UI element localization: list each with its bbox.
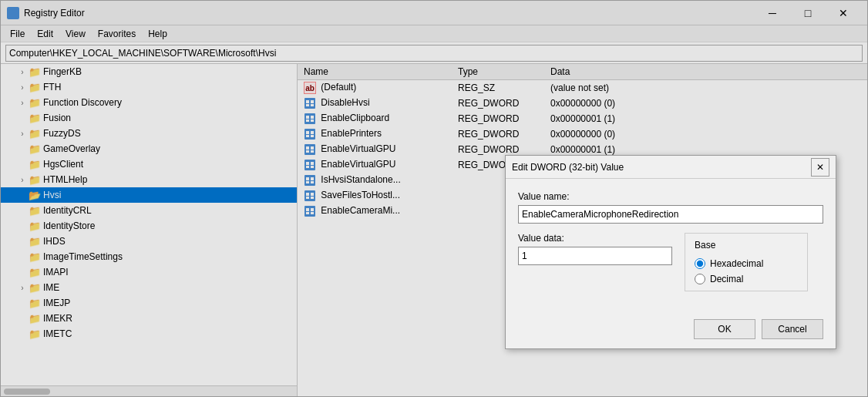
dialog-overlay: Edit DWORD (32-bit) Value ✕ Value name: … (1, 1, 867, 396)
value-data-col: Value data: (518, 233, 672, 291)
value-data-input[interactable] (518, 247, 672, 265)
dialog-body: Value name: Value data: Base Hexadecimal (506, 179, 836, 313)
value-data-label: Value data: (518, 233, 672, 244)
radio-decimal[interactable]: Decimal (695, 274, 798, 284)
base-legend: Base (695, 240, 798, 251)
ok-button[interactable]: OK (694, 319, 755, 339)
value-name-label: Value name: (518, 191, 823, 202)
dialog-buttons: OK Cancel (506, 313, 836, 348)
dialog-row: Value data: Base Hexadecimal Decimal (518, 233, 823, 291)
dialog-title: Edit DWORD (32-bit) Value (512, 162, 811, 173)
value-name-input[interactable] (518, 205, 823, 224)
cancel-button[interactable]: Cancel (762, 319, 823, 339)
radio-hexadecimal[interactable]: Hexadecimal (695, 258, 798, 269)
radio-decimal-input[interactable] (695, 274, 705, 284)
radio-hexadecimal-label: Hexadecimal (710, 258, 763, 269)
registry-editor-window: Registry Editor ─ □ ✕ File Edit View Fav… (0, 0, 868, 397)
base-group: Base Hexadecimal Decimal (685, 233, 808, 291)
dialog-title-bar: Edit DWORD (32-bit) Value ✕ (506, 156, 836, 179)
radio-hexadecimal-input[interactable] (695, 258, 705, 269)
dialog-close-button[interactable]: ✕ (811, 158, 829, 177)
radio-decimal-label: Decimal (710, 274, 743, 284)
edit-dword-dialog: Edit DWORD (32-bit) Value ✕ Value name: … (505, 155, 836, 349)
